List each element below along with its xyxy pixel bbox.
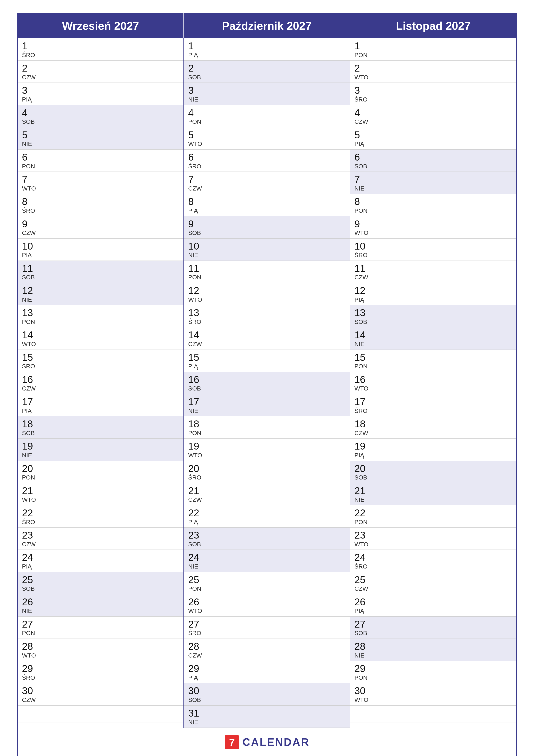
day-row: 25PON	[184, 572, 350, 594]
day-row: 18PON	[184, 417, 350, 439]
day-name: PIĄ	[188, 207, 345, 214]
day-name: WTO	[354, 74, 512, 81]
day-row: 30SOB	[184, 683, 350, 705]
day-row: 7WTO	[18, 172, 184, 194]
day-name: CZW	[188, 496, 345, 503]
day-name: WTO	[354, 229, 512, 237]
day-name: SOB	[188, 229, 345, 237]
day-number: 14	[354, 330, 512, 340]
day-number: 29	[188, 663, 345, 674]
day-row: 29ŚRO	[18, 661, 184, 683]
day-number: 25	[354, 574, 512, 585]
day-name: CZW	[354, 585, 512, 592]
day-name: SOB	[22, 118, 179, 125]
day-row: 11SOB	[18, 261, 184, 283]
day-row: 25CZW	[350, 572, 516, 594]
day-number: 18	[188, 418, 345, 429]
day-name: PON	[22, 474, 179, 481]
day-name: ŚRO	[354, 407, 512, 415]
day-row: 16CZW	[18, 372, 184, 394]
day-row: 11PON	[184, 261, 350, 283]
day-row: 19PIĄ	[350, 439, 516, 461]
day-number: 30	[22, 685, 179, 696]
day-number: 4	[22, 107, 179, 118]
day-number: 13	[22, 307, 179, 318]
day-number: 12	[188, 285, 345, 296]
day-row: 10ŚRO	[350, 239, 516, 261]
day-number: 20	[22, 463, 179, 474]
day-name: PON	[354, 363, 512, 370]
day-name: CZW	[354, 118, 512, 125]
day-number: 28	[188, 641, 345, 652]
day-row: 7CZW	[184, 172, 350, 194]
month-col-0: 1ŚRO2CZW3PIĄ4SOB5NIE6PON7WTO8ŚRO9CZW10PI…	[18, 39, 184, 728]
footer-logo: 7 CALENDAR	[224, 735, 310, 750]
day-number: 24	[22, 552, 179, 563]
day-number: 28	[22, 641, 179, 652]
day-row: 14WTO	[18, 327, 184, 350]
day-number: 10	[188, 241, 345, 252]
day-name: CZW	[354, 429, 512, 437]
day-row: 24ŚRO	[350, 550, 516, 572]
day-row: 23CZW	[18, 527, 184, 550]
day-row: 22ŚRO	[18, 505, 184, 527]
day-number: 8	[22, 196, 179, 207]
day-number: 7	[22, 174, 179, 185]
day-name: PIĄ	[188, 674, 345, 682]
day-row: 9WTO	[350, 216, 516, 239]
day-number: 2	[188, 63, 345, 74]
day-name: NIE	[22, 607, 179, 615]
day-number: 13	[188, 307, 345, 318]
day-number: 18	[354, 418, 512, 429]
day-name: PIĄ	[22, 407, 179, 415]
day-number: 26	[188, 597, 345, 608]
day-number: 16	[188, 374, 345, 385]
day-name: PON	[188, 429, 345, 437]
day-row: 14NIE	[350, 327, 516, 350]
day-name: WTO	[354, 385, 512, 392]
day-number: 27	[354, 619, 512, 630]
day-name: NIE	[22, 452, 179, 459]
day-row: 1PON	[350, 39, 516, 61]
day-row: 28NIE	[350, 639, 516, 661]
day-number: 29	[354, 663, 512, 674]
day-row: 24PIĄ	[18, 550, 184, 572]
day-name: NIE	[188, 718, 345, 726]
day-number: 18	[22, 418, 179, 429]
day-number: 1	[188, 40, 345, 51]
day-name: PON	[354, 519, 512, 526]
day-name: NIE	[22, 140, 179, 148]
day-name: NIE	[354, 652, 512, 659]
day-number: 22	[188, 507, 345, 519]
day-name: ŚRO	[22, 51, 179, 59]
day-number: 23	[354, 530, 512, 541]
day-row: 15PIĄ	[184, 350, 350, 372]
day-row: 18SOB	[18, 417, 184, 439]
day-name: WTO	[22, 652, 179, 659]
day-name: WTO	[188, 296, 345, 304]
day-name: PIĄ	[188, 519, 345, 526]
day-name: ŚRO	[188, 474, 345, 481]
day-row: 8ŚRO	[18, 194, 184, 216]
day-row: 5NIE	[18, 127, 184, 149]
day-number: 24	[354, 552, 512, 563]
day-name: PON	[22, 630, 179, 637]
day-row: 8PON	[350, 194, 516, 216]
day-row: 4CZW	[350, 105, 516, 127]
day-name: CZW	[22, 74, 179, 81]
day-name: ŚRO	[22, 519, 179, 526]
day-row: 5PIĄ	[350, 127, 516, 149]
day-row: 20ŚRO	[184, 461, 350, 483]
day-name: SOB	[188, 385, 345, 392]
day-row: 17ŚRO	[350, 394, 516, 417]
day-row: 12NIE	[18, 283, 184, 305]
day-name: PON	[354, 207, 512, 214]
day-number: 4	[188, 107, 345, 118]
day-row: 28CZW	[184, 639, 350, 661]
day-name: SOB	[188, 541, 345, 548]
day-name: ŚRO	[188, 318, 345, 326]
day-name: PON	[188, 118, 345, 125]
day-row: 21NIE	[350, 483, 516, 505]
day-row: 9CZW	[18, 216, 184, 239]
day-number: 20	[354, 463, 512, 474]
